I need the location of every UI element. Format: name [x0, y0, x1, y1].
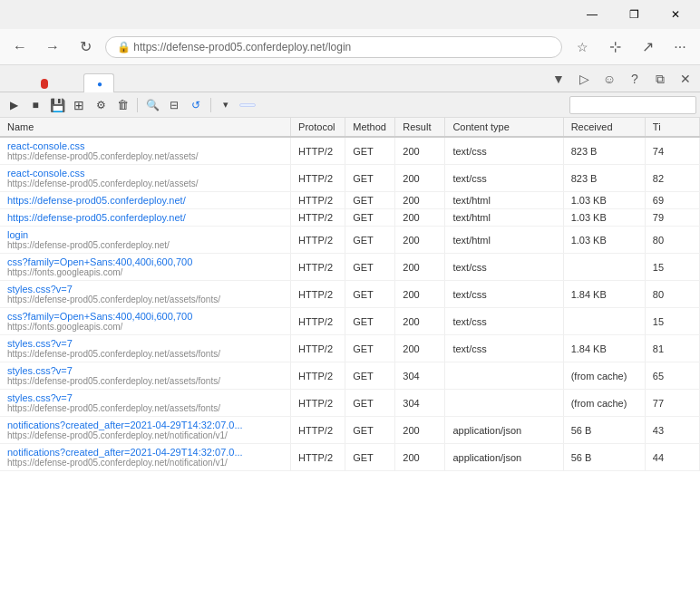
import-button[interactable]: ⊞: [69, 95, 89, 115]
search-button[interactable]: 🔍: [142, 95, 162, 115]
refresh-button[interactable]: ↻: [73, 34, 98, 60]
cell-method: GET: [345, 254, 395, 281]
reload-button[interactable]: ↺: [186, 95, 206, 115]
table-row[interactable]: styles.css?v=7 https://defense-prod05.co…: [0, 335, 700, 362]
more-button[interactable]: ···: [667, 34, 693, 60]
table-row[interactable]: notifications?created_after=2021-04-29T1…: [0, 444, 700, 471]
cell-result: 304: [395, 390, 445, 417]
table-row[interactable]: css?family=Open+Sans:400,400i,600,700 ht…: [0, 254, 700, 281]
restore-button[interactable]: ❐: [613, 0, 655, 29]
table-row[interactable]: https://defense-prod05.conferdeploy.net/…: [0, 209, 700, 227]
cell-content-type: text/html: [445, 192, 563, 209]
table-row[interactable]: https://defense-prod05.conferdeploy.net/…: [0, 192, 700, 209]
console-error-badge: [41, 79, 48, 89]
table-row[interactable]: login https://defense-prod05.conferdeplo…: [0, 227, 700, 254]
cell-time: 44: [645, 444, 699, 471]
cell-result: 200: [395, 335, 445, 362]
content-type-filter-badge[interactable]: [239, 103, 256, 107]
cell-received: 1.03 KB: [563, 209, 645, 227]
dock-button[interactable]: ⧉: [649, 68, 671, 90]
cell-protocol: HTTP/2: [291, 137, 345, 165]
minimize-button[interactable]: —: [571, 0, 613, 29]
table-row[interactable]: react-console.css https://defense-prod05…: [0, 137, 700, 165]
header-protocol[interactable]: Protocol: [291, 118, 345, 137]
breakpoints-button[interactable]: ⊟: [164, 95, 184, 115]
cell-result: 200: [395, 254, 445, 281]
cell-method: GET: [345, 390, 395, 417]
separator-1: [137, 98, 138, 112]
header-name[interactable]: Name: [0, 118, 291, 137]
cell-content-type: text/css: [445, 137, 563, 165]
table-row[interactable]: styles.css?v=7 https://defense-prod05.co…: [0, 362, 700, 390]
tab-console[interactable]: [27, 73, 60, 92]
cell-time: 79: [645, 209, 699, 227]
cell-method: GET: [345, 227, 395, 254]
find-box[interactable]: [569, 96, 696, 114]
close-button[interactable]: ✕: [655, 0, 696, 29]
cell-result: 200: [395, 227, 445, 254]
header-result[interactable]: Result: [395, 118, 445, 137]
cell-time: 74: [645, 137, 699, 165]
cell-received: 56 B: [563, 417, 645, 444]
header-time[interactable]: Ti: [645, 118, 699, 137]
cell-name: notifications?created_after=2021-04-29T1…: [0, 444, 291, 471]
filter-button[interactable]: ▾: [216, 97, 236, 112]
cell-time: 81: [645, 335, 699, 362]
cell-protocol: HTTP/2: [291, 308, 345, 335]
tab-debugger[interactable]: [60, 84, 83, 92]
back-button[interactable]: ←: [7, 34, 33, 60]
help-button[interactable]: ?: [624, 68, 646, 90]
cell-protocol: HTTP/2: [291, 417, 345, 444]
more-tools-button[interactable]: ▼: [548, 68, 569, 90]
tab-network[interactable]: ●: [83, 73, 114, 92]
clear-button[interactable]: 🗑: [112, 95, 132, 115]
header-content-type[interactable]: Content type: [445, 118, 563, 137]
cell-result: 200: [395, 417, 445, 444]
tab-elements[interactable]: [4, 84, 27, 92]
cell-time: 15: [645, 254, 699, 281]
cell-name: styles.css?v=7 https://defense-prod05.co…: [0, 362, 291, 390]
cell-result: 200: [395, 192, 445, 209]
table-row[interactable]: styles.css?v=7 https://defense-prod05.co…: [0, 390, 700, 417]
cell-protocol: HTTP/2: [291, 444, 345, 471]
stop-button[interactable]: ■: [25, 95, 45, 115]
cell-received: 823 B: [563, 165, 645, 192]
cell-method: GET: [345, 335, 395, 362]
cell-protocol: HTTP/2: [291, 254, 345, 281]
address-bar[interactable]: 🔒 https://defense-prod05.conferdeploy.ne…: [105, 36, 562, 58]
save-har-button[interactable]: 💾: [47, 95, 67, 115]
cell-method: GET: [345, 444, 395, 471]
table-row[interactable]: react-console.css https://defense-prod05…: [0, 165, 700, 192]
star-button[interactable]: ☆: [569, 34, 595, 60]
emoji-button[interactable]: ☺: [598, 68, 620, 90]
tab-performance[interactable]: [114, 84, 138, 92]
devtools-body: ▶ ■ 💾 ⊞ ⚙ 🗑 🔍 ⊟ ↺ ▾ Name Protocol Method…: [0, 92, 700, 589]
cell-content-type: text/css: [445, 254, 563, 281]
share-button[interactable]: ↗: [635, 34, 660, 60]
cell-time: 43: [645, 417, 699, 444]
play-button[interactable]: ▶: [4, 95, 24, 115]
cell-time: 15: [645, 308, 699, 335]
cell-method: GET: [345, 308, 395, 335]
close-devtools-button[interactable]: ✕: [675, 68, 696, 90]
bookmark-button[interactable]: ⊹: [602, 34, 627, 60]
table-row[interactable]: styles.css?v=7 https://defense-prod05.co…: [0, 281, 700, 308]
cell-method: GET: [345, 281, 395, 308]
forward-button[interactable]: →: [40, 34, 65, 60]
cell-received: 1.84 KB: [563, 281, 645, 308]
network-table-container[interactable]: Name Protocol Method Result Content type…: [0, 118, 700, 589]
cell-name: styles.css?v=7 https://defense-prod05.co…: [0, 390, 291, 417]
cell-name: react-console.css https://defense-prod05…: [0, 137, 291, 165]
cell-time: 82: [645, 165, 699, 192]
cell-name: styles.css?v=7 https://defense-prod05.co…: [0, 281, 291, 308]
settings-button[interactable]: ⚙: [91, 95, 111, 115]
header-method[interactable]: Method: [345, 118, 395, 137]
cell-content-type: text/css: [445, 165, 563, 192]
cell-protocol: HTTP/2: [291, 335, 345, 362]
cell-name: css?family=Open+Sans:400,400i,600,700 ht…: [0, 254, 291, 281]
run-button[interactable]: ▷: [573, 68, 595, 90]
header-received[interactable]: Received: [563, 118, 645, 137]
tab-memory[interactable]: [138, 84, 161, 92]
table-row[interactable]: css?family=Open+Sans:400,400i,600,700 ht…: [0, 308, 700, 335]
table-row[interactable]: notifications?created_after=2021-04-29T1…: [0, 417, 700, 444]
